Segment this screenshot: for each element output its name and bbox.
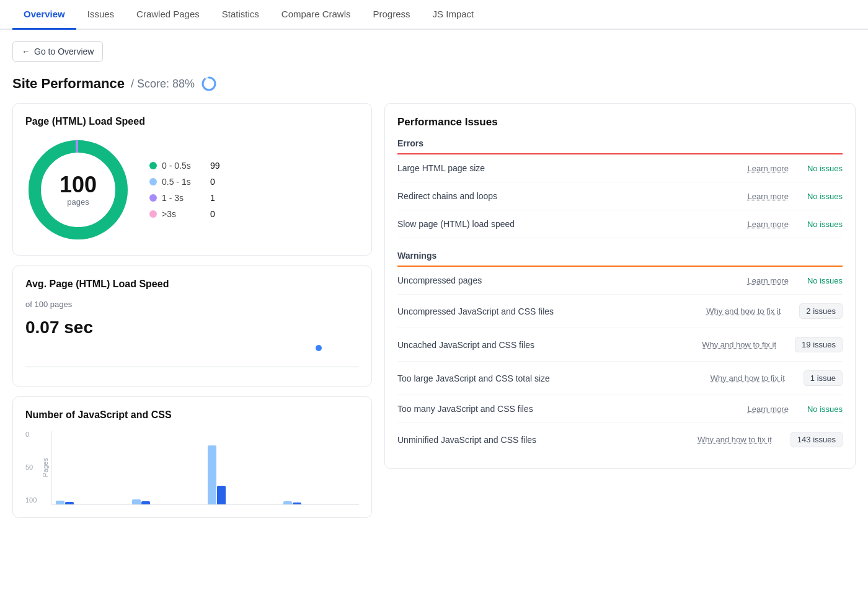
issue-link-large-html[interactable]: Learn more bbox=[747, 164, 788, 173]
legend-range-2: 1 - 3s bbox=[162, 193, 205, 203]
issue-link-unminified-js[interactable]: Why and how to fix it bbox=[698, 435, 772, 444]
issue-link-uncached-js[interactable]: Why and how to fix it bbox=[702, 340, 776, 349]
sparkline-area bbox=[25, 342, 359, 373]
legend-range-1: 0.5 - 1s bbox=[162, 177, 205, 187]
donut-center: 100 pages bbox=[60, 174, 97, 207]
issue-status-slow-html: No issues bbox=[807, 220, 843, 229]
nav-compare-crawls[interactable]: Compare Crawls bbox=[270, 0, 362, 30]
legend-dot-purple bbox=[149, 194, 157, 202]
y-label-100: 100 bbox=[25, 496, 37, 504]
legend-item: 1 - 3s 1 bbox=[149, 193, 220, 203]
issue-name-large-html: Large HTML page size bbox=[397, 163, 747, 173]
bar-group-3 bbox=[208, 445, 280, 504]
left-column: Page (HTML) Load Speed 100 pages bbox=[12, 103, 372, 518]
score-icon bbox=[201, 76, 217, 92]
js-css-title: Number of JavaScript and CSS bbox=[25, 409, 359, 421]
legend-item: >3s 0 bbox=[149, 209, 220, 219]
nav-js-impact[interactable]: JS Impact bbox=[422, 0, 485, 30]
page-score: / Score: 88% bbox=[131, 78, 195, 91]
bar-group-4 bbox=[283, 501, 355, 504]
bar-4b bbox=[293, 502, 301, 504]
issue-status-too-many-js: No issues bbox=[807, 404, 843, 414]
legend-count-0: 99 bbox=[210, 161, 220, 171]
nav-progress[interactable]: Progress bbox=[362, 0, 422, 30]
legend-dot-lightblue bbox=[149, 178, 157, 185]
issue-row-too-large-js: Too large JavaScript and CSS total size … bbox=[397, 362, 843, 395]
legend-item: 0 - 0.5s 99 bbox=[149, 161, 220, 171]
errors-section-header: Errors bbox=[397, 138, 843, 154]
issue-link-redirects[interactable]: Learn more bbox=[747, 192, 788, 201]
y-label-0: 0 bbox=[25, 431, 37, 438]
back-button[interactable]: ← Go to Overview bbox=[12, 41, 103, 62]
bar-3a bbox=[208, 445, 216, 504]
avg-speed-value: 0.07 sec bbox=[25, 318, 359, 337]
issue-badge-unminified-js: 143 issues bbox=[790, 432, 843, 447]
legend-range-3: >3s bbox=[162, 209, 205, 219]
issue-row-too-many-js: Too many JavaScript and CSS files Learn … bbox=[397, 395, 843, 423]
performance-issues-title: Performance Issues bbox=[397, 116, 843, 128]
bars-container bbox=[51, 431, 359, 505]
legend-count-1: 0 bbox=[210, 177, 215, 187]
nav-overview[interactable]: Overview bbox=[12, 0, 76, 30]
issue-name-too-many-js: Too many JavaScript and CSS files bbox=[397, 404, 747, 414]
svg-point-1 bbox=[203, 78, 215, 90]
issue-name-slow-html: Slow page (HTML) load speed bbox=[397, 219, 747, 229]
legend-dot-green bbox=[149, 162, 157, 169]
issue-badge-uncompressed-js: 2 issues bbox=[799, 303, 843, 319]
donut-section: 100 pages 0 - 0.5s 99 0.5 - 1s 0 bbox=[25, 137, 359, 243]
issue-status-large-html: No issues bbox=[807, 164, 843, 173]
page-title: Site Performance bbox=[12, 76, 125, 92]
page-title-row: Site Performance / Score: 88% bbox=[0, 73, 868, 103]
issue-link-too-large-js[interactable]: Why and how to fix it bbox=[711, 373, 785, 383]
legend: 0 - 0.5s 99 0.5 - 1s 0 1 - 3s 1 bbox=[149, 161, 220, 219]
issue-badge-too-large-js: 1 issue bbox=[804, 370, 843, 386]
bar-1a bbox=[56, 501, 64, 504]
main-content: Page (HTML) Load Speed 100 pages bbox=[0, 103, 868, 530]
donut-number: 100 bbox=[60, 174, 97, 196]
bar-group-2 bbox=[132, 499, 204, 504]
legend-count-3: 0 bbox=[210, 209, 215, 219]
avg-speed-title: Avg. Page (HTML) Load Speed bbox=[25, 279, 359, 290]
back-button-label: Go to Overview bbox=[34, 47, 94, 56]
donut-label: pages bbox=[60, 197, 97, 207]
issue-name-redirects: Redirect chains and loops bbox=[397, 191, 747, 201]
issue-link-too-many-js[interactable]: Learn more bbox=[747, 404, 788, 414]
bar-3b bbox=[217, 486, 226, 504]
legend-dot-pink bbox=[149, 210, 157, 218]
issue-badge-uncached-js: 19 issues bbox=[795, 337, 843, 352]
avg-speed-subtitle: of 100 pages bbox=[25, 300, 359, 309]
y-axis-pages-label: Pages bbox=[42, 458, 49, 477]
avg-speed-card: Avg. Page (HTML) Load Speed of 100 pages… bbox=[12, 266, 372, 386]
issue-link-uncompressed-js[interactable]: Why and how to fix it bbox=[706, 306, 781, 316]
bar-1b bbox=[65, 502, 74, 504]
nav-crawled-pages[interactable]: Crawled Pages bbox=[125, 0, 211, 30]
issue-name-uncompressed-js: Uncompressed JavaScript and CSS files bbox=[397, 306, 706, 316]
back-arrow-icon: ← bbox=[22, 47, 30, 56]
issue-row-unminified-js: Unminified JavaScript and CSS files Why … bbox=[397, 423, 843, 456]
load-speed-card: Page (HTML) Load Speed 100 pages bbox=[12, 103, 372, 256]
issue-row-uncompressed-js: Uncompressed JavaScript and CSS files Wh… bbox=[397, 295, 843, 328]
bar-group-1 bbox=[56, 501, 128, 504]
donut-wrapper: 100 pages bbox=[25, 137, 131, 243]
legend-item: 0.5 - 1s 0 bbox=[149, 177, 220, 187]
bar-2b bbox=[141, 501, 150, 504]
load-speed-title: Page (HTML) Load Speed bbox=[25, 116, 359, 127]
issue-link-uncompressed-pages[interactable]: Learn more bbox=[747, 276, 788, 285]
y-label-50: 50 bbox=[25, 463, 37, 471]
issue-row-redirects: Redirect chains and loops Learn more No … bbox=[397, 182, 843, 210]
nav-statistics[interactable]: Statistics bbox=[211, 0, 270, 30]
issue-name-uncompressed-pages: Uncompressed pages bbox=[397, 275, 747, 285]
legend-range-0: 0 - 0.5s bbox=[162, 161, 205, 171]
nav-issues[interactable]: Issues bbox=[76, 0, 125, 30]
bar-4a bbox=[283, 501, 292, 504]
issue-link-slow-html[interactable]: Learn more bbox=[747, 220, 788, 229]
issue-name-unminified-js: Unminified JavaScript and CSS files bbox=[397, 435, 698, 445]
issue-row-large-html: Large HTML page size Learn more No issue… bbox=[397, 154, 843, 182]
issue-name-too-large-js: Too large JavaScript and CSS total size bbox=[397, 373, 711, 383]
js-css-card: Number of JavaScript and CSS 100 50 0 Pa… bbox=[12, 396, 372, 518]
issue-name-uncached-js: Uncached JavaScript and CSS files bbox=[397, 340, 702, 350]
sparkline-dot bbox=[316, 345, 322, 351]
bar-2a bbox=[132, 499, 141, 504]
right-column: Performance Issues Errors Large HTML pag… bbox=[384, 103, 856, 518]
bar-chart-area: 100 50 0 Pages bbox=[25, 431, 359, 505]
